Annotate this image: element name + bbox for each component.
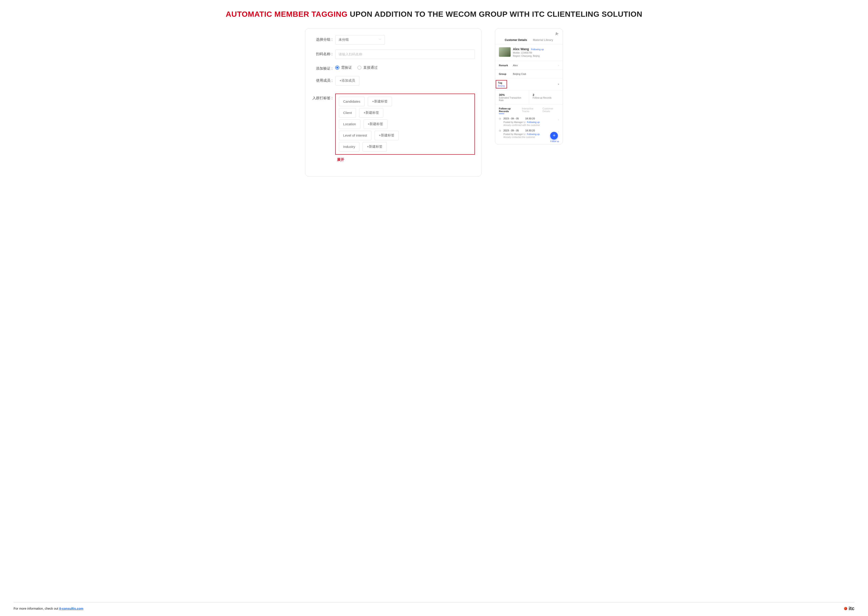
subtab-followup-records[interactable]: Follow-up Records bbox=[499, 107, 518, 113]
tag-category-client[interactable]: Client bbox=[339, 108, 356, 118]
radio-need-verification[interactable]: 需验证 bbox=[335, 65, 352, 70]
group-label: Group bbox=[499, 72, 513, 75]
record-item[interactable]: ◷ 2023 - 09 - 05 18:30:20 Posted by Mana… bbox=[499, 128, 559, 140]
row-verification: 添加验证 : 需验证 直接通过 bbox=[312, 64, 475, 71]
stat-transaction-rate: 30% Estimated Transaction Rate bbox=[495, 90, 529, 104]
footer-text: For more information, check out it-consu… bbox=[14, 607, 83, 610]
mobile-subtabs: Follow-up Records Interactive Tracks Cus… bbox=[495, 104, 562, 114]
record-posted-by: Posted by Manager Li bbox=[503, 121, 525, 124]
avatar bbox=[499, 47, 511, 57]
record-status: Following up bbox=[527, 133, 539, 135]
mobile-tabs: Customer Details Material Library bbox=[495, 38, 562, 44]
page-title-accent: AUTOMATIC MEMBER TAGGING bbox=[226, 10, 348, 18]
page-title-rest: UPON ADDITION TO THE WECOM GROUP WITH IT… bbox=[348, 10, 642, 18]
region-label: Region: bbox=[513, 55, 521, 57]
label-scan-name: 扫码名称 : bbox=[312, 50, 332, 57]
new-tag-button[interactable]: +新建标签 bbox=[368, 97, 392, 106]
svg-point-0 bbox=[556, 33, 557, 34]
row-select-group: 选择分组 : 未分组 ﹀ bbox=[312, 35, 475, 44]
fab-label: Follow up bbox=[550, 140, 559, 143]
record-time: 18:30:20 bbox=[525, 117, 535, 120]
radio-direct-pass[interactable]: 直接通过 bbox=[357, 65, 378, 70]
remark-value: Alex bbox=[513, 64, 558, 67]
brand-text: itc bbox=[849, 606, 854, 611]
mobile-value: 123456789 bbox=[521, 52, 532, 54]
add-person-icon[interactable] bbox=[555, 32, 559, 37]
tag-categories-highlight: Candidates +新建标签 Client +新建标签 Location +… bbox=[335, 94, 475, 155]
new-tag-button[interactable]: +新建标签 bbox=[359, 108, 383, 118]
stat-records-label: Follow-up Records bbox=[533, 97, 559, 99]
expand-link[interactable]: 展开 bbox=[335, 157, 344, 162]
row-remark[interactable]: Remark Alex › bbox=[495, 61, 562, 70]
page-title: AUTOMATIC MEMBER TAGGING UPON ADDITION T… bbox=[14, 9, 854, 19]
main-content: 选择分组 : 未分组 ﹀ 扫码名称 : 添加验证 : 需验证 bbox=[14, 28, 854, 593]
chevron-down-icon: ﹀ bbox=[379, 38, 382, 42]
tag-category-candidates[interactable]: Candidates bbox=[339, 97, 365, 106]
row-tag[interactable]: Tag Beijing › bbox=[495, 78, 562, 90]
group-value: Beijing Club bbox=[513, 72, 559, 75]
record-date: 2023 - 09 - 05 bbox=[503, 129, 519, 132]
record-note: Already confirmed with the customer bbox=[503, 124, 559, 126]
row-tag-on-join: 入群打标签 : Candidates +新建标签 Client +新建标签 Lo… bbox=[312, 94, 475, 162]
brand-logo: itc bbox=[844, 606, 854, 611]
chevron-right-icon: › bbox=[558, 118, 559, 121]
stats-row: 30% Estimated Transaction Rate 2 Follow-… bbox=[495, 90, 562, 104]
label-verification: 添加验证 : bbox=[312, 64, 332, 71]
scan-name-input[interactable] bbox=[335, 50, 475, 59]
new-tag-button[interactable]: +新建标签 bbox=[363, 142, 387, 151]
clock-icon: ◷ bbox=[499, 129, 501, 132]
row-members: 使用成员 : +添加成员 bbox=[312, 76, 475, 89]
select-group-value: 未分组 bbox=[338, 38, 349, 42]
new-tag-button[interactable]: +新建标签 bbox=[374, 131, 399, 140]
tag-category-level-of-interest[interactable]: Level of interest bbox=[339, 131, 371, 140]
label-select-group: 选择分组 : bbox=[312, 35, 332, 42]
tag-value: Beijing bbox=[498, 85, 505, 87]
clock-icon: ◷ bbox=[499, 117, 501, 120]
follow-up-fab[interactable]: + Follow up bbox=[550, 132, 559, 143]
tag-category-industry[interactable]: Industry bbox=[339, 142, 359, 151]
tag-category-location[interactable]: Location bbox=[339, 119, 360, 129]
label-members: 使用成员 : bbox=[312, 76, 332, 83]
radio-need-verification-label: 需验证 bbox=[341, 65, 352, 70]
chevron-right-icon: › bbox=[558, 64, 559, 67]
subtab-customer-details[interactable]: Customer Details bbox=[542, 107, 559, 113]
footer-prefix: For more information, check out bbox=[14, 607, 59, 610]
clienteling-mobile-panel: Customer Details Material Library Alex W… bbox=[495, 28, 563, 145]
add-member-button[interactable]: +添加成员 bbox=[335, 76, 359, 85]
select-group-dropdown[interactable]: 未分组 ﹀ bbox=[335, 35, 385, 44]
record-time: 18:30:20 bbox=[525, 129, 535, 132]
customer-profile: Alex Wang Following up Mobile: 123456789… bbox=[495, 44, 562, 61]
plus-icon: + bbox=[550, 132, 558, 140]
stat-rate-label: Estimated Transaction Rate bbox=[499, 97, 525, 102]
record-date: 2023 - 09 - 05 bbox=[503, 117, 519, 120]
records-list: ◷ 2023 - 09 - 05 18:30:20 Posted by Mana… bbox=[495, 114, 562, 144]
record-status: Following up bbox=[527, 121, 539, 124]
footer: For more information, check out it-consu… bbox=[14, 602, 854, 611]
subtab-interactive-tracks[interactable]: Interactive Tracks bbox=[522, 107, 539, 113]
row-group[interactable]: Group Beijing Club bbox=[495, 70, 562, 78]
brand-dot-icon bbox=[844, 607, 847, 610]
radio-direct-pass-label: 直接通过 bbox=[363, 65, 378, 70]
record-posted-by: Posted by Manager Li bbox=[503, 133, 525, 135]
tag-label: Tag bbox=[498, 82, 505, 84]
tab-material-library[interactable]: Material Library bbox=[533, 38, 553, 42]
stat-records-value: 2 bbox=[533, 93, 559, 97]
radio-on-icon bbox=[335, 66, 339, 70]
mobile-label: Mobile: bbox=[513, 52, 521, 54]
remark-label: Remark bbox=[499, 64, 513, 67]
radio-off-icon bbox=[357, 66, 362, 70]
label-tag-on-join: 入群打标签 : bbox=[312, 94, 332, 101]
region-value: Chaoyang, Beijing bbox=[521, 55, 539, 57]
footer-link[interactable]: it-consultis.com bbox=[59, 607, 83, 610]
record-item[interactable]: ◷ 2023 - 09 - 05 18:30:20 Posted by Mana… bbox=[499, 116, 559, 128]
wecom-config-panel: 选择分组 : 未分组 ﹀ 扫码名称 : 添加验证 : 需验证 bbox=[305, 28, 481, 176]
customer-status: Following up bbox=[531, 48, 544, 51]
stat-followup-records: 2 Follow-up Records bbox=[529, 90, 563, 104]
tab-customer-details[interactable]: Customer Details bbox=[505, 38, 527, 42]
new-tag-button[interactable]: +新建标签 bbox=[363, 119, 388, 129]
tag-highlight: Tag Beijing bbox=[496, 80, 507, 88]
chevron-right-icon: › bbox=[558, 83, 559, 86]
row-scan-name: 扫码名称 : bbox=[312, 50, 475, 59]
mobile-topbar bbox=[495, 29, 562, 38]
stat-rate-value: 30% bbox=[499, 93, 525, 97]
